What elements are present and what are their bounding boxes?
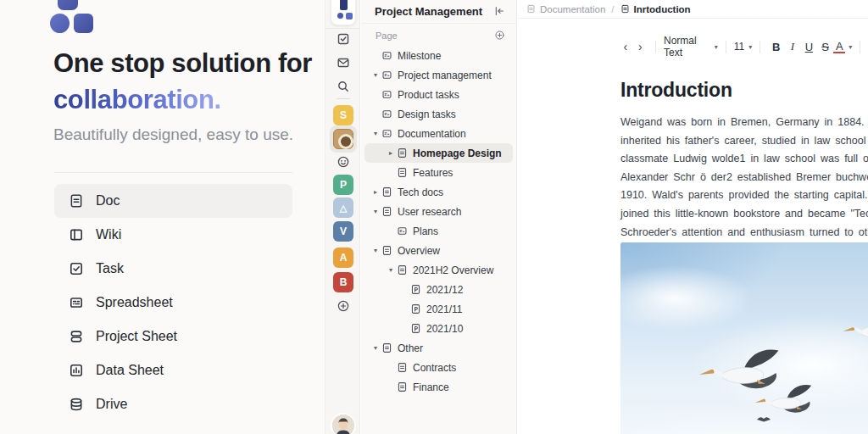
tree-item-overview[interactable]: Overview <box>364 241 513 260</box>
tree-item-user-research[interactable]: User research <box>364 202 513 221</box>
page-tree-panel: Project Management Page Milestone Projec… <box>361 0 517 434</box>
tree-item-project-management[interactable]: Project management <box>364 65 513 85</box>
tree-item-2021h2-overview[interactable]: 2021H2 Overview <box>364 260 513 280</box>
collapse-left-icon[interactable] <box>493 5 505 17</box>
expander-down-icon[interactable] <box>370 345 381 352</box>
app-icon-s[interactable]: S <box>333 105 353 125</box>
plus-circle-icon[interactable] <box>337 299 350 313</box>
hero-subtitle: Beautifully designed, easy to use. <box>53 125 293 144</box>
paragraph-line: inherited his father's career, studied i… <box>620 132 868 151</box>
undo-back-button[interactable]: ‹ <box>618 40 633 53</box>
avatar-image <box>332 415 354 434</box>
menu-item-task[interactable]: Task <box>54 252 292 286</box>
search-icon[interactable] <box>337 80 350 93</box>
hero-panel: One stop solution for collaboration. Bea… <box>0 0 325 434</box>
expander-right-icon[interactable] <box>370 189 381 196</box>
strikethrough-button[interactable]: S <box>817 41 833 53</box>
paragraph-line: Alexander Schr ö der2 established Bremer… <box>620 169 868 187</box>
tree-item-finance[interactable]: Finance <box>364 377 513 397</box>
document-heading: Introduction <box>620 79 732 102</box>
expander-down-icon[interactable] <box>370 131 381 137</box>
redo-forward-button[interactable]: › <box>633 40 648 53</box>
menu-item-data-sheet[interactable]: Data Sheet <box>54 353 292 387</box>
divider <box>760 41 760 53</box>
expander-down-icon[interactable] <box>385 267 397 274</box>
tree-item-2021-12[interactable]: 2021/12 <box>364 280 513 299</box>
bold-button[interactable]: B <box>768 41 784 53</box>
rail-logo-bar <box>340 0 348 10</box>
tree-item-tech-docs[interactable]: Tech docs <box>364 182 513 202</box>
menu-item-label: Task <box>96 261 124 276</box>
expander-down-icon[interactable] <box>370 209 381 215</box>
tree-item-plans[interactable]: Plans <box>364 221 513 241</box>
divider <box>361 23 516 24</box>
app-letter: B <box>340 276 348 288</box>
tree-item-other[interactable]: Other <box>364 338 513 358</box>
tree-item-product-tasks[interactable]: Product tasks <box>364 85 513 104</box>
tree-item-2021-10[interactable]: 2021/10 <box>364 319 513 338</box>
menu-item-project-sheet[interactable]: Project Sheet <box>54 320 292 353</box>
hero-title-line2: collaboration. <box>53 85 221 114</box>
menu-item-wiki[interactable]: Wiki <box>54 218 292 252</box>
wiki-icon <box>69 227 84 242</box>
menu-item-spreadsheet[interactable]: Spreadsheet <box>54 286 292 320</box>
smiley-icon[interactable] <box>337 155 350 169</box>
sheet-icon <box>381 50 392 61</box>
rail-logo[interactable] <box>331 0 356 25</box>
camera-app-icon[interactable] <box>333 129 353 149</box>
pelican-right-edge <box>843 307 868 352</box>
mail-icon[interactable] <box>337 56 350 70</box>
text-color-button[interactable]: A▾ <box>833 41 852 53</box>
tree-item-design-tasks[interactable]: Design tasks <box>364 104 513 124</box>
divider <box>326 28 359 29</box>
page-p-icon <box>410 284 421 295</box>
tree-item-contracts[interactable]: Contracts <box>364 358 513 377</box>
breadcrumb-parent[interactable]: Documentation <box>526 4 605 14</box>
section-label: Page <box>376 31 398 41</box>
text-style-select[interactable]: Normal Text▾ <box>664 35 718 58</box>
app-icon-p[interactable]: P <box>333 175 353 195</box>
breadcrumb: Documentation / Inrtoduction <box>518 0 868 19</box>
add-page-icon[interactable] <box>494 30 505 41</box>
page-p-icon <box>410 303 421 314</box>
tree-item-features[interactable]: Features <box>364 163 513 182</box>
expander-right-icon[interactable] <box>385 150 397 157</box>
data-sheet-icon <box>69 363 84 378</box>
breadcrumb-separator: / <box>611 4 614 14</box>
breadcrumb-current[interactable]: Inrtoduction <box>620 4 691 14</box>
paragraph-line: Weigand was born in Bremen, Germany in 1… <box>620 114 868 132</box>
app-letter: V <box>340 225 347 237</box>
menu-item-doc[interactable]: Doc <box>54 184 292 218</box>
doc-icon <box>397 167 408 178</box>
drive-app-icon[interactable]: △ <box>333 198 353 218</box>
sheet-icon <box>397 225 408 236</box>
page-p-icon <box>410 323 421 334</box>
italic-button[interactable]: I <box>784 40 800 53</box>
logo-square-top <box>58 0 78 10</box>
tree-item-milestone[interactable]: Milestone <box>364 46 513 65</box>
doc-icon <box>381 186 392 198</box>
menu-item-drive[interactable]: Drive <box>54 387 292 421</box>
app-icon-b[interactable]: B <box>333 272 353 292</box>
checkbox-icon[interactable] <box>337 32 350 46</box>
paragraph-line: 1910. Wald's parents provided the starti… <box>620 186 868 205</box>
sheet-icon <box>381 128 392 139</box>
app-icon-v[interactable]: V <box>333 221 353 242</box>
distant-bird <box>756 415 771 423</box>
font-size-select[interactable]: 11▾ <box>734 41 752 53</box>
tree-item-2021-11[interactable]: 2021/11 <box>364 299 513 319</box>
tree-item-homepage-design[interactable]: Homepage Design <box>364 143 513 163</box>
expander-down-icon[interactable] <box>370 72 381 79</box>
menu-item-label: Data Sheet <box>96 363 164 378</box>
expander-down-icon[interactable] <box>370 248 381 254</box>
document-body[interactable]: Weigand was born in Bremen, Germany in 1… <box>620 114 868 260</box>
app-icon-a[interactable]: A <box>333 248 353 268</box>
sheet-icon <box>381 89 392 100</box>
menu-item-label: Project Sheet <box>96 329 177 344</box>
underline-button[interactable]: U <box>801 41 817 53</box>
app-triangle-glyph: △ <box>340 203 347 214</box>
user-avatar[interactable] <box>332 415 354 434</box>
tree-item-documentation[interactable]: Documentation <box>364 124 513 143</box>
paragraph-line: Schroeder's attention and enthusiasm tur… <box>620 224 868 242</box>
drive-icon <box>69 397 84 412</box>
